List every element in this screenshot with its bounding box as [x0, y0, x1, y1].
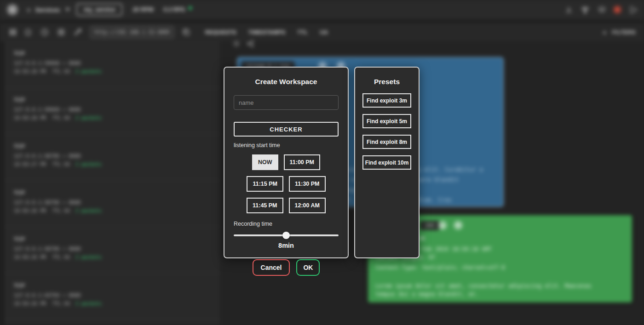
presets-title: Presets: [355, 78, 419, 86]
modal-overlay: Create Workspace CHECKER listening start…: [0, 0, 644, 325]
time-option-1130pm[interactable]: 11:30 PM: [289, 176, 326, 192]
preset-find-exploit-3m[interactable]: Find exploit 3m: [362, 93, 411, 108]
dialog-title: Create Workspace: [234, 78, 339, 86]
ok-button[interactable]: OK: [296, 259, 320, 276]
time-option-1115pm[interactable]: 11:15 PM: [247, 176, 283, 192]
time-option-1100pm[interactable]: 11:00 PM: [284, 154, 321, 170]
recording-time-value: 8min: [234, 242, 339, 249]
time-option-1200am[interactable]: 12:00 AM: [289, 198, 326, 213]
presets-panel: Presets Find exploit 3m Find exploit 5m …: [354, 67, 420, 258]
recording-time-slider[interactable]: [234, 232, 339, 239]
cancel-button[interactable]: Cancel: [253, 259, 290, 276]
preset-find-exploit-5m[interactable]: Find exploit 5m: [362, 114, 411, 128]
app-window: + Services my_service 20 RPM 0.3 RPS: [0, 0, 644, 325]
checker-button[interactable]: CHECKER: [234, 122, 339, 137]
create-workspace-dialog: Create Workspace CHECKER listening start…: [224, 67, 349, 258]
preset-find-exploit-10m[interactable]: Find exploit 10m: [362, 155, 411, 170]
slider-thumb[interactable]: [282, 232, 290, 239]
recording-time-label: Recording time: [234, 221, 339, 227]
listening-start-time-label: listening start time: [234, 142, 339, 148]
time-option-now[interactable]: NOW: [252, 154, 278, 170]
time-option-1145pm[interactable]: 11:45 PM: [247, 198, 283, 213]
workspace-name-input[interactable]: [234, 95, 339, 110]
preset-find-exploit-8m[interactable]: Find exploit 8m: [362, 135, 411, 149]
